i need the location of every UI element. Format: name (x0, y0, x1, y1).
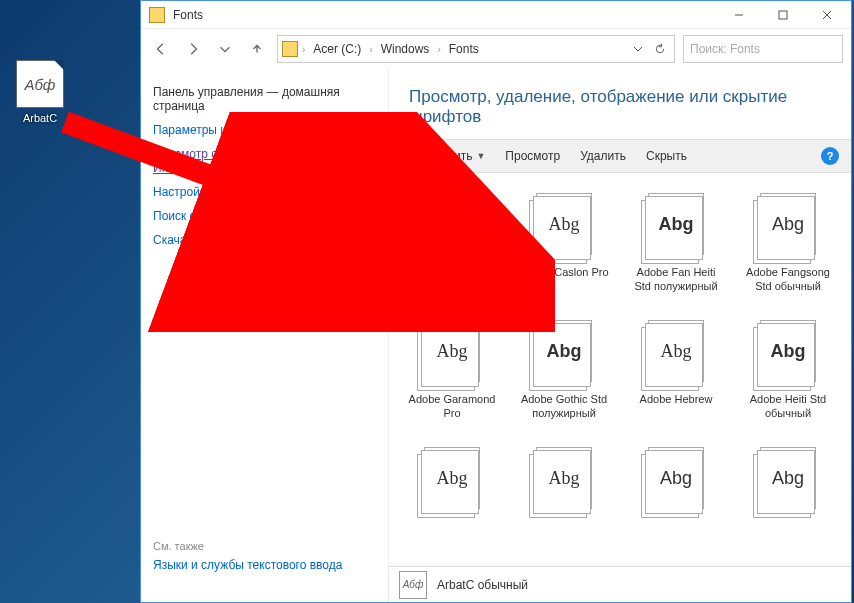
font-name-label: Adobe Hebrew (627, 392, 725, 406)
font-name-label: Adobe Garamond Pro (403, 392, 501, 421)
breadcrumb-1[interactable]: Windows (377, 40, 434, 58)
maximize-button[interactable] (761, 2, 805, 28)
font-item[interactable]: AbgAdobe Gothic Std полужирный (511, 312, 617, 433)
sidebar-link-download-fonts[interactable]: Скачать шрифты для всех языков (153, 233, 376, 247)
main-pane: Просмотр, удаление, отображение или скры… (389, 69, 851, 602)
font-item[interactable]: AbgAdobe Hebrew (623, 312, 729, 433)
font-item[interactable]: AbgAdobe Heiti Std обычный (735, 312, 841, 433)
chevron-right-icon: › (369, 44, 372, 55)
organize-button[interactable]: Упорядочить▼ (401, 149, 485, 163)
drop-file-icon: Абф (399, 571, 427, 599)
drop-file-label: ArbatC обычный (437, 578, 528, 592)
sidebar-link-font-info-online[interactable]: Просмотр сведений о шрифтах в Интернете (153, 147, 376, 175)
up-button[interactable] (245, 37, 269, 61)
font-grid[interactable]: AbgAdobe ArabicAbgAdobe Caslon ProAbgAdo… (389, 173, 851, 602)
seealso-link[interactable]: Языки и службы текстового ввода (153, 558, 342, 572)
font-item[interactable]: AbgAdobe Garamond Pro (399, 312, 505, 433)
caret-down-icon: ▼ (476, 151, 485, 161)
svg-rect-3 (779, 11, 787, 19)
preview-button[interactable]: Просмотр (505, 149, 560, 163)
search-box[interactable] (683, 35, 843, 63)
window-title: Fonts (173, 8, 717, 22)
titlebar: Fonts (141, 1, 851, 29)
breadcrumb-2[interactable]: Fonts (445, 40, 483, 58)
font-item[interactable]: Abg (399, 439, 505, 532)
font-item[interactable]: AbgAdobe Arabic (399, 185, 505, 306)
font-name-label: Adobe Heiti Std обычный (739, 392, 837, 421)
sidebar-link-charmap[interactable]: Поиск символа (153, 209, 376, 223)
font-item[interactable]: Abg (735, 439, 841, 532)
desktop-font-file[interactable]: Абф ArbatC (10, 60, 70, 124)
font-item[interactable]: AbgAdobe Fangsong Std обычный (735, 185, 841, 306)
font-name-label: Adobe Fangsong Std обычный (739, 265, 837, 294)
sidebar-home[interactable]: Панель управления — домашняя страница (153, 85, 376, 113)
close-button[interactable] (805, 2, 849, 28)
chevron-right-icon: › (302, 44, 305, 55)
folder-icon (282, 41, 298, 57)
font-name-label: Adobe Caslon Pro (515, 265, 613, 279)
font-item[interactable]: AbgAdobe Caslon Pro (511, 185, 617, 306)
back-button[interactable] (149, 37, 173, 61)
help-icon[interactable]: ? (821, 147, 839, 165)
seealso-header: См. также (153, 540, 342, 552)
font-name-label: Adobe Fan Heiti Std полужирный (627, 265, 725, 294)
forward-button[interactable] (181, 37, 205, 61)
sidebar-link-cleartype[interactable]: Настройка текста ClearType (153, 185, 376, 199)
font-item[interactable]: Abg (623, 439, 729, 532)
page-heading: Просмотр, удаление, отображение или скры… (389, 69, 851, 139)
drop-indicator: Абф ArbatC обычный (389, 566, 851, 602)
font-item[interactable]: Abg (511, 439, 617, 532)
window-icon (149, 7, 165, 23)
sidebar: Панель управления — домашняя страница Па… (141, 69, 389, 602)
toolbar: Упорядочить▼ Просмотр Удалить Скрыть ? (389, 139, 851, 173)
font-item[interactable]: AbgAdobe Fan Heiti Std полужирный (623, 185, 729, 306)
breadcrumb-0[interactable]: Acer (C:) (309, 40, 365, 58)
explorer-window: Fonts › Acer (C:) (140, 0, 852, 603)
font-file-icon: Абф (16, 60, 64, 108)
refresh-button[interactable] (650, 39, 670, 59)
font-name-label: Adobe Arabic (403, 265, 501, 279)
nav-row: › Acer (C:) › Windows › Fonts (141, 29, 851, 69)
history-dropdown[interactable] (628, 39, 648, 59)
delete-button[interactable]: Удалить (580, 149, 626, 163)
sidebar-link-font-settings[interactable]: Параметры шрифта (153, 123, 376, 137)
desktop-file-label: ArbatC (10, 112, 70, 124)
minimize-button[interactable] (717, 2, 761, 28)
search-input[interactable] (690, 42, 836, 56)
font-name-label: Adobe Gothic Std полужирный (515, 392, 613, 421)
hide-button[interactable]: Скрыть (646, 149, 687, 163)
recent-dropdown[interactable] (213, 37, 237, 61)
chevron-right-icon: › (437, 44, 440, 55)
address-bar[interactable]: › Acer (C:) › Windows › Fonts (277, 35, 675, 63)
